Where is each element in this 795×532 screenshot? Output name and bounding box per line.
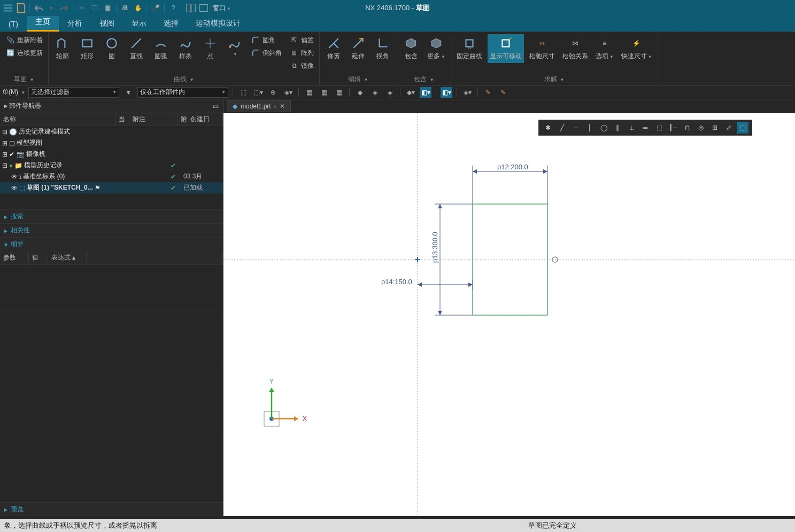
graphics-canvas[interactable]: ✱ ╱ ─ │ ◯ ∥ ⟂ ═ ⬚ ┃─ ⊓ ◎ ⊞ ⤢ ⬚ — [223, 113, 795, 516]
print-icon[interactable]: 🖶 — [119, 2, 131, 14]
help-icon[interactable]: ? — [167, 2, 179, 14]
model-tree[interactable]: ⊟ 🕘 历史记录建模模式 ⊞ ▢ 模型视图 ⊞ ✔ 📷 摄像机 ⊟ ● 📁 模型… — [0, 126, 223, 193]
panel-menu-icon[interactable]: ▭ — [213, 103, 219, 110]
ribbon-group-sketch: 📎重新附着 🔄连续更新 草图 ▼ — [0, 32, 49, 85]
sel-icon[interactable]: ◧▾ — [441, 87, 452, 98]
measure-icon[interactable]: ✎ — [497, 87, 509, 98]
sel-icon[interactable]: ◈▾ — [461, 87, 473, 98]
mirror-button[interactable]: ⧉镜像 — [287, 60, 316, 72]
dim-p13[interactable]: p13:300.0 — [431, 232, 439, 263]
window-icon[interactable] — [198, 2, 210, 14]
ribbon-group-edit: 修剪 延伸 拐角 编辑 ▼ — [320, 32, 397, 85]
tab-analysis[interactable]: 分析 — [59, 15, 91, 32]
reattach-button[interactable]: 📎重新附着 — [3, 34, 45, 46]
offset-button[interactable]: ⇱偏置 — [287, 34, 316, 46]
cut-icon[interactable]: ✂ — [76, 2, 88, 14]
tree-columns: 名称 当 附注 附 创建日 — [0, 113, 223, 126]
tree-row-datum[interactable]: 👁 ⟟ 基准坐标系 (0)✔03 3月 — [0, 171, 223, 182]
sketch-svg: p12:200.0 p13:300.0 p14:150.0 — [223, 113, 795, 516]
point-button[interactable]: 点 — [199, 34, 221, 63]
tab-display[interactable]: 显示 — [123, 15, 155, 32]
sel-icon[interactable]: ◆▾ — [405, 87, 416, 98]
svg-point-7 — [107, 38, 116, 48]
save-icon[interactable] — [15, 2, 27, 14]
fix-curve-button[interactable]: 固定曲线 — [454, 34, 484, 63]
tree-row-sketch[interactable]: 👁 ⬚ 草图 (1) "SKETCH_0... ⚑✔已加载 — [0, 182, 223, 193]
spline-button[interactable]: 样条 — [175, 34, 196, 63]
relax-rel-button[interactable]: ⋈松弛关系 — [560, 34, 590, 63]
group-title: 草图 ▼ — [3, 74, 45, 85]
arc-button[interactable]: 圆弧 — [150, 34, 172, 63]
svg-marker-20 — [543, 169, 547, 174]
fillet-button[interactable]: 圆角 — [249, 34, 284, 46]
close-tab-icon[interactable]: ✕ — [280, 103, 285, 110]
rapid-dim-button[interactable]: ⚡快速尺寸▼ — [619, 34, 654, 63]
sel-icon[interactable]: ◈ — [369, 87, 381, 98]
svg-rect-5 — [200, 5, 208, 12]
line-button[interactable]: 直线 — [126, 34, 147, 63]
corner-button[interactable]: 拐角 — [372, 34, 393, 63]
svg-point-11 — [229, 45, 231, 48]
sel-icon[interactable]: ◈ — [384, 87, 396, 98]
trim-button[interactable]: 修剪 — [323, 34, 344, 63]
mic-icon[interactable]: 🎤 — [150, 2, 161, 14]
dim-p14[interactable]: p14:150.0 — [381, 278, 412, 286]
window-menu[interactable]: 窗口▼ — [213, 4, 231, 13]
chamfer-button[interactable]: 倒斜角 — [249, 47, 284, 59]
selection-filter-combo[interactable]: 无选择过滤器▼ — [28, 87, 119, 98]
measure-icon[interactable]: ✎ — [482, 87, 494, 98]
sel-icon[interactable]: ⬚ — [237, 87, 249, 98]
sel-icon[interactable]: ◆ — [354, 87, 366, 98]
tree-row-model-history[interactable]: ⊟ ● 📁 模型历史记录✔ — [0, 160, 223, 171]
tree-row-camera[interactable]: ⊞ ✔ 📷 摄像机 — [0, 148, 223, 160]
nx-menu-icon[interactable] — [2, 2, 14, 14]
studio-spline-button[interactable]: ▼ — [224, 34, 245, 59]
modified-icon: ▫ — [274, 103, 276, 110]
dim-p12[interactable]: p12:200.0 — [497, 163, 528, 171]
show-movable-button[interactable]: 显示可移动 — [488, 34, 524, 63]
section-related[interactable]: ▸ 相关性 — [0, 223, 223, 237]
more-button[interactable]: 更多▼ — [425, 34, 447, 63]
circle-button[interactable]: 圆 — [101, 34, 122, 63]
redo-icon[interactable] — [58, 2, 70, 14]
filter-icon[interactable]: ▼ — [122, 87, 134, 98]
sel-icon[interactable]: ▦ — [318, 87, 330, 98]
array-button[interactable]: ⊞阵列 — [287, 47, 316, 59]
options-button[interactable]: ≡选项▼ — [593, 34, 616, 63]
paste-icon[interactable]: 📋 — [102, 2, 113, 14]
tab-motion[interactable]: 运动模拟设计 — [187, 15, 249, 32]
sel-icon[interactable]: ⬚▾ — [252, 87, 264, 98]
tab-home[interactable]: 主页 — [27, 14, 59, 32]
sel-icon[interactable]: ▦ — [303, 87, 315, 98]
sel-icon[interactable]: ▦ — [333, 87, 345, 98]
section-search[interactable]: ▸ 搜索 — [0, 209, 223, 223]
section-detail[interactable]: ▾ 细节 — [0, 237, 223, 251]
menu-dropdown[interactable]: 单(M) ▼ — [2, 88, 25, 97]
relax-dim-button[interactable]: ⇔松弛尺寸 — [527, 34, 557, 63]
undo-icon[interactable] — [33, 2, 44, 14]
sel-icon[interactable]: ◧▾ — [420, 87, 431, 98]
profile-button[interactable]: 轮廓 — [52, 34, 73, 63]
svg-marker-24 — [438, 204, 442, 208]
file-tab[interactable]: (T) — [0, 17, 27, 32]
svg-marker-25 — [438, 311, 442, 315]
tab-select[interactable]: 选择 — [155, 15, 187, 32]
tree-row-history-mode[interactable]: ⊟ 🕘 历史记录建模模式 — [0, 126, 223, 137]
svg-rect-3 — [187, 4, 190, 12]
continuous-update-button[interactable]: 🔄连续更新 — [3, 47, 45, 59]
selection-scope-combo[interactable]: 仅在工作部件内▼ — [137, 87, 228, 98]
section-preview[interactable]: ▸ 预览 — [0, 502, 223, 516]
touch-icon[interactable]: ✋ — [132, 2, 144, 14]
include-button[interactable]: 包含 — [400, 34, 422, 63]
layout-icon[interactable] — [185, 2, 197, 14]
selection-bar: 单(M) ▼ 无选择过滤器▼ ▼ 仅在工作部件内▼ ⬚ ⬚▾ ⊕ ◈▾ ▦ ▦ … — [0, 85, 795, 99]
group-title: 编辑 ▼ — [323, 74, 393, 85]
document-tab[interactable]: ◆ model1.prt ▫ ✕ — [227, 100, 291, 112]
extend-button[interactable]: 延伸 — [348, 34, 369, 63]
copy-icon[interactable]: ❐ — [89, 2, 101, 14]
rectangle-button[interactable]: 矩形 — [76, 34, 98, 63]
sel-icon[interactable]: ⊕ — [267, 87, 279, 98]
tab-view[interactable]: 视图 — [91, 15, 123, 32]
tree-row-model-view[interactable]: ⊞ ▢ 模型视图 — [0, 137, 223, 148]
sel-icon[interactable]: ◈▾ — [282, 87, 294, 98]
